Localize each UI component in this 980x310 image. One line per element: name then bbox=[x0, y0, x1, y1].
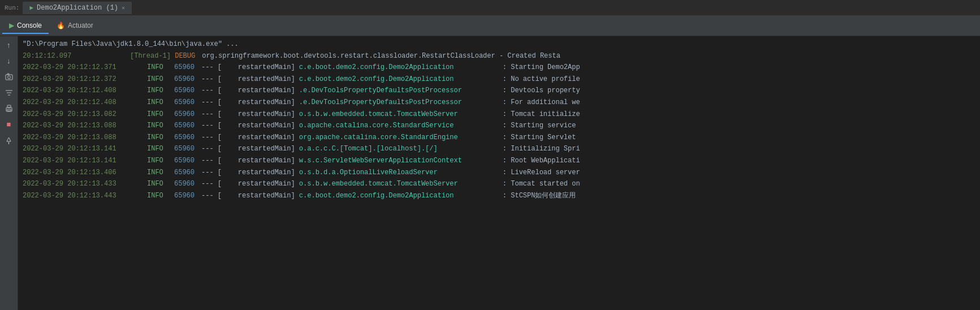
log-sep-8: --- bbox=[201, 144, 218, 154]
log-logger-9: w.s.c.ServletWebServerApplicationContext bbox=[299, 156, 503, 166]
log-thread-4: [ restartedMain] bbox=[218, 97, 299, 108]
log-line-9: 2022-03-29 20:12:13.141 INFO 65960 --- [… bbox=[18, 155, 980, 167]
log-thread-7: [ restartedMain] bbox=[218, 132, 299, 143]
log-msg-5: : Tomcat initialize bbox=[503, 109, 580, 120]
log-logger-12: c.e.boot.demo2.config.Demo2Application bbox=[299, 191, 503, 201]
log-sep-9: --- bbox=[201, 156, 218, 166]
log-logger-10: o.s.b.d.a.OptionalLiveReloadServer bbox=[299, 167, 503, 178]
log-level-9: INFO bbox=[147, 156, 174, 166]
scroll-up-button[interactable]: ↑ bbox=[2, 38, 16, 52]
log-sep-6: --- bbox=[201, 120, 218, 131]
log-thread-2: [ restartedMain] bbox=[218, 74, 299, 85]
log-line-java-path: "D:\Program Files\Java\jdk1.8.0_144\bin\… bbox=[18, 38, 980, 50]
log-line-11: 2022-03-29 20:12:13.433 INFO 65960 --- [… bbox=[18, 178, 980, 190]
log-logger-2: c.e.boot.demo2.config.Demo2Application bbox=[299, 74, 503, 85]
log-level-6: INFO bbox=[147, 120, 174, 131]
log-timestamp-8: 2022-03-29 20:12:13.141 bbox=[23, 144, 147, 154]
log-pid-3: 65960 bbox=[174, 85, 201, 96]
title-bar: Run: ▶ Demo2Application (1) ✕ bbox=[0, 0, 980, 16]
svg-rect-8 bbox=[7, 109, 11, 111]
side-toolbar: ↑ ↓ ■ bbox=[0, 36, 18, 310]
log-thread-11: [ restartedMain] bbox=[218, 179, 299, 190]
log-pid-4: 65960 bbox=[174, 97, 201, 108]
log-sep-5: --- bbox=[201, 109, 218, 120]
log-pid-10: 65960 bbox=[174, 167, 201, 178]
log-logger-4: .e.DevToolsPropertyDefaultsPostProcessor bbox=[299, 97, 503, 108]
pin-button[interactable] bbox=[2, 134, 16, 147]
log-pid-9: 65960 bbox=[174, 156, 201, 166]
log-msg-9: : Root WebApplicati bbox=[503, 156, 580, 166]
stop-button[interactable]: ■ bbox=[2, 118, 16, 131]
log-area[interactable]: "D:\Program Files\Java\jdk1.8.0_144\bin\… bbox=[18, 36, 980, 310]
svg-point-1 bbox=[7, 76, 10, 79]
log-line-12: 2022-03-29 20:12:13.443 INFO 65960 --- [… bbox=[18, 190, 980, 202]
log-timestamp-5: 2022-03-29 20:12:13.082 bbox=[23, 109, 147, 120]
scroll-down-button[interactable]: ↓ bbox=[2, 54, 16, 68]
print-button[interactable] bbox=[2, 102, 16, 115]
log-level-1: INFO bbox=[147, 62, 174, 73]
log-pid-11: 65960 bbox=[174, 179, 201, 190]
log-pid-8: 65960 bbox=[174, 144, 201, 154]
log-level-11: INFO bbox=[147, 179, 174, 190]
log-thread-1: [ restartedMain] bbox=[218, 62, 299, 73]
log-sep-1: --- bbox=[201, 62, 218, 73]
log-logger-5: o.s.b.w.embedded.tomcat.TomcatWebServer bbox=[299, 109, 503, 120]
log-timestamp-1: 2022-03-29 20:12:12.371 bbox=[23, 62, 147, 73]
log-line-1: 2022-03-29 20:12:12.371 INFO 65960 --- [… bbox=[18, 62, 980, 74]
log-thread-9: [ restartedMain] bbox=[218, 156, 299, 166]
log-level-5: INFO bbox=[147, 109, 174, 120]
log-level-0: DEBUG bbox=[175, 51, 202, 62]
log-line-7: 2022-03-29 20:12:13.088 INFO 65960 --- [… bbox=[18, 132, 980, 144]
log-msg-7: : Starting Servlet bbox=[503, 132, 576, 143]
log-logger-11: o.s.b.w.embedded.tomcat.TomcatWebServer bbox=[299, 179, 503, 190]
log-line-0: 20:12:12.097 [Thread-1] DEBUG org.spring… bbox=[18, 50, 980, 62]
close-tab-button[interactable]: ✕ bbox=[122, 5, 125, 11]
log-level-7: INFO bbox=[147, 132, 174, 143]
log-timestamp-2: 2022-03-29 20:12:12.372 bbox=[23, 74, 147, 85]
log-thread-3: [ restartedMain] bbox=[218, 85, 299, 96]
log-thread-10: [ restartedMain] bbox=[218, 167, 299, 178]
actuator-tab[interactable]: 🔥 Actuator bbox=[50, 18, 100, 34]
log-msg-11: : Tomcat started on bbox=[503, 179, 580, 190]
log-logger-7: org.apache.catalina.core.StandardEngine bbox=[299, 132, 503, 143]
svg-marker-10 bbox=[7, 137, 11, 141]
log-line-6: 2022-03-29 20:12:13.088 INFO 65960 --- [… bbox=[18, 120, 980, 132]
log-level-12: INFO bbox=[147, 191, 174, 201]
log-line-3: 2022-03-29 20:12:12.408 INFO 65960 --- [… bbox=[18, 85, 980, 97]
log-sep-3: --- bbox=[201, 85, 218, 96]
log-msg-2: : No active profile bbox=[503, 74, 580, 85]
actuator-tab-label: Actuator bbox=[68, 21, 93, 29]
log-timestamp-11: 2022-03-29 20:12:13.433 bbox=[23, 179, 147, 190]
console-tab[interactable]: ▶ Console bbox=[2, 18, 49, 34]
log-timestamp-9: 2022-03-29 20:12:13.141 bbox=[23, 156, 147, 166]
log-timestamp-0: 20:12:12.097 bbox=[23, 51, 130, 62]
svg-rect-2 bbox=[7, 74, 9, 75]
run-label: Run: bbox=[5, 5, 19, 11]
log-sep-10: --- bbox=[201, 167, 218, 178]
log-msg-3: : Devtools property bbox=[503, 85, 580, 96]
log-sep-4: --- bbox=[201, 97, 218, 108]
filter-button[interactable] bbox=[2, 86, 16, 100]
main-area: ↑ ↓ ■ bbox=[0, 36, 980, 310]
screenshot-button[interactable] bbox=[2, 70, 16, 84]
log-pid-7: 65960 bbox=[174, 132, 201, 143]
log-msg-1: : Starting Demo2App bbox=[503, 62, 580, 73]
java-path-text: "D:\Program Files\Java\jdk1.8.0_144\bin\… bbox=[23, 39, 239, 50]
log-timestamp-10: 2022-03-29 20:12:13.406 bbox=[23, 167, 147, 178]
log-line-10: 2022-03-29 20:12:13.406 INFO 65960 --- [… bbox=[18, 167, 980, 179]
log-thread-8: [ restartedMain] bbox=[218, 144, 299, 154]
log-sep-11: --- bbox=[201, 179, 218, 190]
log-sep-2: --- bbox=[201, 74, 218, 85]
log-msg-0: - Created Resta bbox=[499, 51, 560, 62]
log-line-5: 2022-03-29 20:12:13.082 INFO 65960 --- [… bbox=[18, 109, 980, 120]
log-msg-6: : Starting service bbox=[503, 120, 576, 131]
log-pid-1: 65960 bbox=[174, 62, 201, 73]
log-level-3: INFO bbox=[147, 85, 174, 96]
log-line-4: 2022-03-29 20:12:12.408 INFO 65960 --- [… bbox=[18, 97, 980, 109]
log-thread-5: [ restartedMain] bbox=[218, 109, 299, 120]
log-logger-8: o.a.c.c.C.[Tomcat].[localhost].[/] bbox=[299, 144, 503, 154]
log-line-8: 2022-03-29 20:12:13.141 INFO 65960 --- [… bbox=[18, 143, 980, 155]
log-timestamp-7: 2022-03-29 20:12:13.088 bbox=[23, 132, 147, 143]
title-tab: ▶ Demo2Application (1) ✕ bbox=[23, 2, 132, 14]
log-pid-5: 65960 bbox=[174, 109, 201, 120]
